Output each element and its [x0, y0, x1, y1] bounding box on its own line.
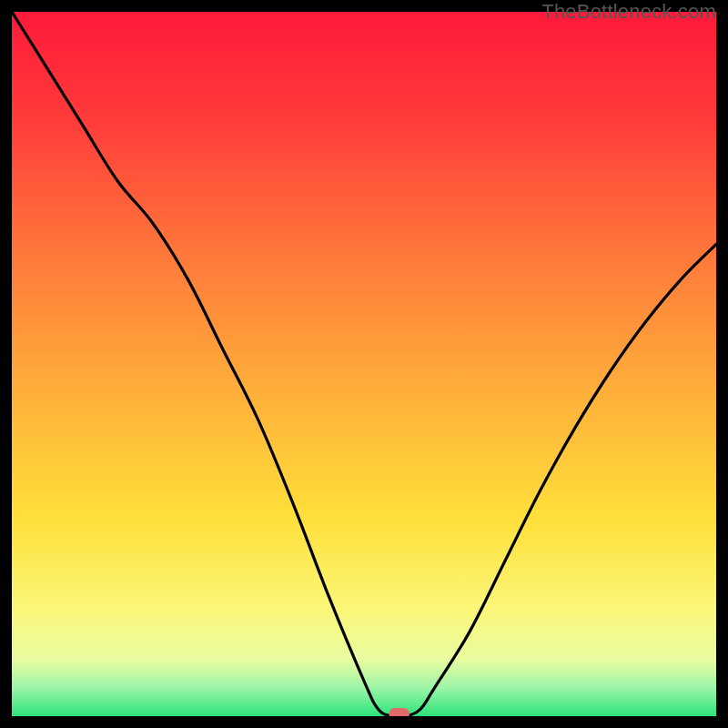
gradient-background: [12, 12, 716, 716]
bottleneck-chart: [12, 12, 716, 716]
attribution-text: TheBottleneck.com: [541, 0, 716, 24]
chart-plot-area: [12, 12, 716, 716]
optimal-point-marker: [389, 708, 410, 716]
